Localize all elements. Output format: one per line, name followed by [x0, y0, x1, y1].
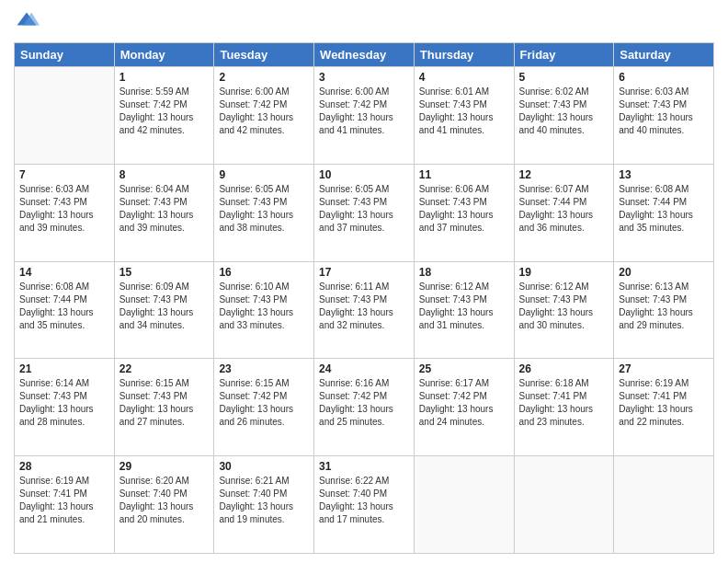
day-number: 9 [219, 168, 309, 181]
calendar-cell: 11Sunrise: 6:06 AMSunset: 7:43 PMDayligh… [414, 164, 514, 261]
day-info: Sunrise: 6:12 AMSunset: 7:43 PMDaylight:… [519, 281, 609, 332]
day-info: Sunrise: 6:05 AMSunset: 7:43 PMDaylight:… [219, 183, 309, 235]
calendar-cell: 25Sunrise: 6:17 AMSunset: 7:42 PMDayligh… [414, 359, 514, 456]
day-number: 19 [519, 266, 609, 279]
calendar-cell: 20Sunrise: 6:13 AMSunset: 7:43 PMDayligh… [614, 261, 714, 359]
day-number: 31 [319, 460, 409, 473]
calendar-cell: 13Sunrise: 6:08 AMSunset: 7:44 PMDayligh… [614, 164, 714, 261]
day-number: 14 [19, 266, 109, 279]
header [14, 9, 714, 35]
day-info: Sunrise: 6:19 AMSunset: 7:41 PMDaylight:… [619, 377, 709, 429]
day-info: Sunrise: 6:13 AMSunset: 7:43 PMDaylight:… [619, 281, 709, 332]
calendar-cell: 10Sunrise: 6:05 AMSunset: 7:43 PMDayligh… [314, 164, 415, 261]
calendar-page: SundayMondayTuesdayWednesdayThursdayFrid… [0, 0, 728, 563]
day-info: Sunrise: 6:14 AMSunset: 7:43 PMDaylight:… [19, 377, 109, 429]
logo [14, 9, 43, 35]
calendar-cell: 3Sunrise: 6:00 AMSunset: 7:42 PMDaylight… [314, 67, 415, 165]
day-number: 4 [419, 71, 509, 84]
weekday-header: Saturday [614, 43, 714, 67]
day-number: 15 [119, 266, 210, 279]
day-number: 2 [219, 71, 309, 84]
calendar-week-row: 21Sunrise: 6:14 AMSunset: 7:43 PMDayligh… [15, 359, 714, 456]
calendar-cell: 2Sunrise: 6:00 AMSunset: 7:42 PMDaylight… [214, 67, 314, 165]
day-number: 25 [419, 362, 509, 375]
day-info: Sunrise: 6:03 AMSunset: 7:43 PMDaylight:… [19, 183, 109, 235]
calendar-cell: 27Sunrise: 6:19 AMSunset: 7:41 PMDayligh… [614, 359, 714, 456]
calendar-week-row: 28Sunrise: 6:19 AMSunset: 7:41 PMDayligh… [15, 456, 714, 554]
day-number: 27 [619, 362, 709, 375]
calendar-week-row: 1Sunrise: 5:59 AMSunset: 7:42 PMDaylight… [15, 67, 714, 165]
day-number: 6 [619, 71, 709, 84]
calendar-body: 1Sunrise: 5:59 AMSunset: 7:42 PMDaylight… [15, 67, 714, 554]
day-number: 10 [319, 168, 409, 181]
calendar-cell: 12Sunrise: 6:07 AMSunset: 7:44 PMDayligh… [514, 164, 614, 261]
calendar-cell: 4Sunrise: 6:01 AMSunset: 7:43 PMDaylight… [414, 67, 514, 165]
calendar-week-row: 14Sunrise: 6:08 AMSunset: 7:44 PMDayligh… [15, 261, 714, 359]
calendar-cell: 18Sunrise: 6:12 AMSunset: 7:43 PMDayligh… [414, 261, 514, 359]
weekday-header: Friday [514, 43, 614, 67]
day-info: Sunrise: 6:00 AMSunset: 7:42 PMDaylight:… [219, 86, 309, 137]
day-info: Sunrise: 5:59 AMSunset: 7:42 PMDaylight:… [119, 86, 210, 137]
weekday-header: Sunday [15, 43, 115, 67]
day-info: Sunrise: 6:12 AMSunset: 7:43 PMDaylight:… [419, 281, 509, 332]
calendar-cell: 15Sunrise: 6:09 AMSunset: 7:43 PMDayligh… [114, 261, 214, 359]
day-info: Sunrise: 6:09 AMSunset: 7:43 PMDaylight:… [119, 281, 210, 332]
day-number: 20 [619, 266, 709, 279]
calendar-cell: 21Sunrise: 6:14 AMSunset: 7:43 PMDayligh… [15, 359, 115, 456]
calendar-cell: 19Sunrise: 6:12 AMSunset: 7:43 PMDayligh… [514, 261, 614, 359]
calendar-cell [414, 456, 514, 554]
logo-icon [14, 9, 40, 35]
day-info: Sunrise: 6:17 AMSunset: 7:42 PMDaylight:… [419, 377, 509, 429]
calendar-cell: 26Sunrise: 6:18 AMSunset: 7:41 PMDayligh… [514, 359, 614, 456]
day-number: 17 [319, 266, 409, 279]
calendar-cell [514, 456, 614, 554]
day-number: 22 [119, 362, 210, 375]
day-info: Sunrise: 6:02 AMSunset: 7:43 PMDaylight:… [519, 86, 609, 137]
day-number: 29 [119, 460, 210, 473]
calendar-cell: 16Sunrise: 6:10 AMSunset: 7:43 PMDayligh… [214, 261, 314, 359]
calendar-cell: 8Sunrise: 6:04 AMSunset: 7:43 PMDaylight… [114, 164, 214, 261]
day-number: 28 [19, 460, 109, 473]
day-number: 5 [519, 71, 609, 84]
calendar-cell [15, 67, 115, 165]
calendar-cell: 17Sunrise: 6:11 AMSunset: 7:43 PMDayligh… [314, 261, 415, 359]
weekday-header: Monday [114, 43, 214, 67]
day-number: 30 [219, 460, 309, 473]
day-info: Sunrise: 6:01 AMSunset: 7:43 PMDaylight:… [419, 86, 509, 137]
weekday-header: Wednesday [314, 43, 415, 67]
calendar-cell: 7Sunrise: 6:03 AMSunset: 7:43 PMDaylight… [15, 164, 115, 261]
calendar-cell: 1Sunrise: 5:59 AMSunset: 7:42 PMDaylight… [114, 67, 214, 165]
day-info: Sunrise: 6:15 AMSunset: 7:42 PMDaylight:… [219, 377, 309, 429]
calendar-cell: 9Sunrise: 6:05 AMSunset: 7:43 PMDaylight… [214, 164, 314, 261]
day-info: Sunrise: 6:05 AMSunset: 7:43 PMDaylight:… [319, 183, 409, 235]
day-number: 18 [419, 266, 509, 279]
calendar-cell: 6Sunrise: 6:03 AMSunset: 7:43 PMDaylight… [614, 67, 714, 165]
day-info: Sunrise: 6:08 AMSunset: 7:44 PMDaylight:… [19, 281, 109, 332]
day-number: 8 [119, 168, 210, 181]
calendar-cell: 24Sunrise: 6:16 AMSunset: 7:42 PMDayligh… [314, 359, 415, 456]
weekday-header: Tuesday [214, 43, 314, 67]
calendar-cell: 14Sunrise: 6:08 AMSunset: 7:44 PMDayligh… [15, 261, 115, 359]
day-number: 16 [219, 266, 309, 279]
day-info: Sunrise: 6:21 AMSunset: 7:40 PMDaylight:… [219, 475, 309, 526]
day-number: 13 [619, 168, 709, 181]
calendar-cell: 28Sunrise: 6:19 AMSunset: 7:41 PMDayligh… [15, 456, 115, 554]
day-info: Sunrise: 6:03 AMSunset: 7:43 PMDaylight:… [619, 86, 709, 137]
day-info: Sunrise: 6:04 AMSunset: 7:43 PMDaylight:… [119, 183, 210, 235]
day-number: 21 [19, 362, 109, 375]
day-info: Sunrise: 6:00 AMSunset: 7:42 PMDaylight:… [319, 86, 409, 137]
day-number: 3 [319, 71, 409, 84]
day-number: 24 [319, 362, 409, 375]
day-number: 1 [119, 71, 210, 84]
day-number: 12 [519, 168, 609, 181]
calendar-cell [614, 456, 714, 554]
day-info: Sunrise: 6:11 AMSunset: 7:43 PMDaylight:… [319, 281, 409, 332]
day-info: Sunrise: 6:15 AMSunset: 7:43 PMDaylight:… [119, 377, 210, 429]
calendar-week-row: 7Sunrise: 6:03 AMSunset: 7:43 PMDaylight… [15, 164, 714, 261]
calendar-table: SundayMondayTuesdayWednesdayThursdayFrid… [14, 42, 714, 554]
weekday-header: Thursday [414, 43, 514, 67]
day-number: 26 [519, 362, 609, 375]
calendar-cell: 31Sunrise: 6:22 AMSunset: 7:40 PMDayligh… [314, 456, 415, 554]
calendar-cell: 22Sunrise: 6:15 AMSunset: 7:43 PMDayligh… [114, 359, 214, 456]
calendar-cell: 30Sunrise: 6:21 AMSunset: 7:40 PMDayligh… [214, 456, 314, 554]
